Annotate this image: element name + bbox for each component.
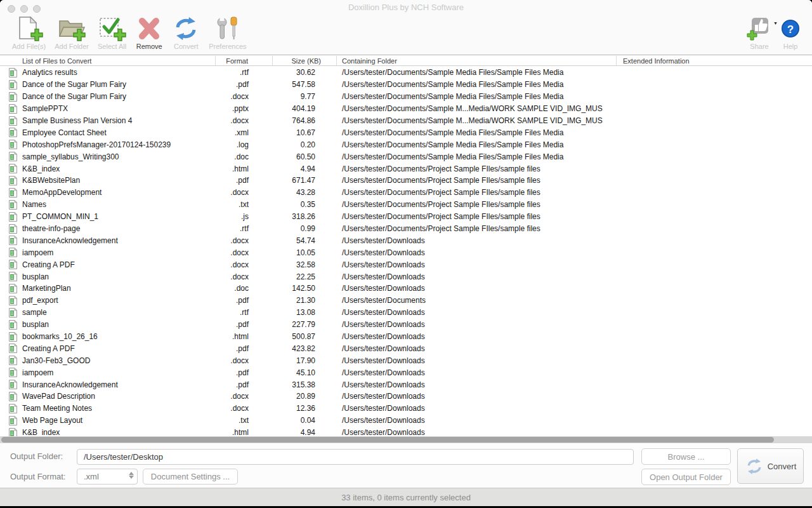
document-icon: [9, 80, 17, 90]
file-name: Jan30-Feb3_GOOD: [22, 356, 90, 365]
file-name: InsuranceAcknowledgement: [22, 380, 118, 389]
toolbar-select-all-button[interactable]: Select All: [93, 15, 131, 50]
table-row[interactable]: Dance of the Sugar Plum Fairy .docx 9.77…: [0, 91, 812, 103]
file-containing-folder: /Users/tester/Documents/Sample Media Fil…: [337, 92, 617, 101]
output-format-select[interactable]: .xml: [77, 469, 138, 485]
file-format: .pdf: [216, 368, 273, 377]
file-size: 500.87: [273, 332, 337, 341]
table-row[interactable]: Names .txt 0.35 /Users/tester/Documents/…: [0, 199, 812, 211]
output-folder-input[interactable]: [77, 449, 634, 465]
table-row[interactable]: sample_syllabus_Writing300 .doc 60.50 /U…: [0, 150, 812, 163]
table-row[interactable]: K&B_index .html 4.94 /Users/tester/Downl…: [0, 427, 812, 437]
table-row[interactable]: K&BWebsitePlan .pdf 671.47 /Users/tester…: [0, 175, 812, 187]
file-containing-folder: /Users/tester/Documents: [337, 296, 617, 305]
file-format: .txt: [216, 416, 273, 425]
table-row[interactable]: bookmarks_10_26_16 .html 500.87 /Users/t…: [0, 331, 812, 343]
table-row[interactable]: WavePad Description .docx 20.89 /Users/t…: [0, 391, 812, 403]
table-row[interactable]: Dance of the Sugar Plum Fairy .pdf 547.5…: [0, 79, 812, 91]
table-row[interactable]: busplan .pdf 227.79 /Users/tester/Downlo…: [0, 319, 812, 331]
file-name: InsuranceAcknowledgement: [22, 236, 118, 245]
column-header-folder[interactable]: Containing Folder: [337, 56, 617, 65]
column-header-extended[interactable]: Extended Information: [617, 56, 812, 65]
open-output-folder-button[interactable]: Open Output Folder: [641, 469, 731, 485]
document-icon: [9, 176, 17, 185]
file-format: .pptx: [216, 104, 273, 113]
file-containing-folder: /Users/tester/Downloads: [337, 428, 617, 437]
document-icon: [9, 320, 17, 330]
column-header-files[interactable]: List of Files to Convert: [0, 56, 216, 65]
toolbar-label: Preferences: [209, 43, 246, 50]
file-format: .pdf: [216, 380, 273, 389]
document-icon: [9, 392, 17, 401]
table-row[interactable]: Analytics results .rtf 30.62 /Users/test…: [0, 67, 812, 79]
file-containing-folder: /Users/tester/Documents/Sample Media Fil…: [337, 140, 617, 149]
file-name: K&BWebsitePlan: [22, 176, 80, 185]
table-row[interactable]: Team Meeting Notes .docx 12.36 /Users/te…: [0, 403, 812, 415]
table-row[interactable]: PT_COMMON_MIN_1 .js 318.26 /Users/tester…: [0, 211, 812, 223]
column-header-size[interactable]: Size (KB): [273, 56, 337, 65]
document-settings-button[interactable]: Document Settings ...: [143, 469, 238, 485]
document-icon: [9, 212, 17, 222]
file-containing-folder: /Users/tester/Downloads: [337, 308, 617, 317]
document-icon: [9, 104, 17, 114]
file-format: .log: [216, 140, 273, 149]
file-containing-folder: /Users/tester/Downloads: [337, 380, 617, 389]
browse-button[interactable]: Browse ...: [641, 448, 731, 465]
toolbar-label: Add File(s): [12, 43, 46, 50]
file-format: .doc: [216, 152, 273, 161]
table-row[interactable]: busplan .docx 22.25 /Users/tester/Downlo…: [0, 271, 812, 283]
file-name: Dance of the Sugar Plum Fairy: [22, 80, 126, 89]
convert-button[interactable]: Convert: [737, 448, 804, 484]
column-header-format[interactable]: Format: [216, 56, 273, 65]
file-format: .rtf: [216, 68, 273, 77]
select-stepper-icon: [129, 472, 134, 479]
select-all-icon: [98, 15, 126, 43]
table-row[interactable]: K&B_index .html 4.94 /Users/tester/Docum…: [0, 163, 812, 175]
toolbar-help-button[interactable]: ? Help: [776, 15, 804, 50]
file-format: .xml: [216, 128, 273, 137]
help-icon: ?: [781, 15, 800, 43]
table-row[interactable]: MemoAppDevelopment .docx 43.28 /Users/te…: [0, 187, 812, 199]
toolbar-add-folder-button[interactable]: Add Folder: [50, 15, 93, 50]
table-row[interactable]: Sample Business Plan Version 4 .docx 764…: [0, 115, 812, 127]
file-name: K&B_index: [22, 428, 60, 437]
table-row[interactable]: InsuranceAcknowledgement .pdf 315.38 /Us…: [0, 378, 812, 391]
table-row[interactable]: iampoem .pdf 45.10 /Users/tester/Downloa…: [0, 366, 812, 378]
horizontal-scrollbar-thumb[interactable]: [1, 437, 774, 443]
toolbar-preferences-button[interactable]: Preferences: [204, 15, 251, 50]
file-format: .rtf: [216, 224, 273, 233]
table-row[interactable]: Creating A PDF .pdf 423.82 /Users/tester…: [0, 342, 812, 354]
table-row[interactable]: theatre-info-page .rtf 0.99 /Users/teste…: [0, 223, 812, 235]
document-icon: [9, 344, 17, 353]
zoom-button[interactable]: [33, 5, 41, 13]
toolbar-share-button[interactable]: ▼ Share: [742, 15, 776, 50]
table-row[interactable]: pdf_export .pdf 21.30 /Users/tester/Docu…: [0, 295, 812, 307]
file-containing-folder: /Users/tester/Downloads: [337, 344, 617, 353]
table-row[interactable]: Jan30-Feb3_GOOD .docx 17.90 /Users/teste…: [0, 354, 812, 366]
file-size: 43.28: [273, 188, 337, 197]
file-name: Creating A PDF: [22, 344, 75, 353]
file-size: 423.82: [273, 344, 337, 353]
titlebar: Doxillion Plus by NCH Software: [0, 0, 812, 14]
file-size: 12.36: [273, 404, 337, 413]
table-row[interactable]: Creating A PDF .docx 32.58 /Users/tester…: [0, 258, 812, 271]
close-button[interactable]: [8, 5, 15, 13]
toolbar-add-files-button[interactable]: Add File(s): [8, 15, 50, 50]
minimize-button[interactable]: [20, 5, 28, 13]
file-name: PhotoshopPrefsManager-20170124-150239: [22, 140, 171, 149]
table-row[interactable]: InsuranceAcknowledgement .docx 54.74 /Us…: [0, 234, 812, 246]
table-row[interactable]: Employee Contact Sheet .xml 10.67 /Users…: [0, 126, 812, 138]
table-row[interactable]: sample .rtf 13.08 /Users/tester/Download…: [0, 307, 812, 319]
toolbar-remove-button[interactable]: Remove: [131, 15, 167, 50]
file-name: sample_syllabus_Writing300: [22, 152, 119, 161]
toolbar-convert-button[interactable]: Convert: [167, 15, 204, 50]
file-format: .rtf: [216, 308, 273, 317]
table-row[interactable]: MarketingPlan .doc 142.50 /Users/tester/…: [0, 283, 812, 295]
table-row[interactable]: iampoem .docx 10.05 /Users/tester/Downlo…: [0, 246, 812, 258]
table-row[interactable]: PhotoshopPrefsManager-20170124-150239 .l…: [0, 138, 812, 150]
table-row[interactable]: Web Page Layout .txt 0.04 /Users/tester/…: [0, 415, 812, 427]
table-row[interactable]: SamplePPTX .pptx 404.19 /Users/tester/Do…: [0, 103, 812, 115]
output-format-value: .xml: [84, 472, 99, 481]
document-icon: [9, 236, 17, 245]
file-name: theatre-info-page: [22, 224, 80, 233]
